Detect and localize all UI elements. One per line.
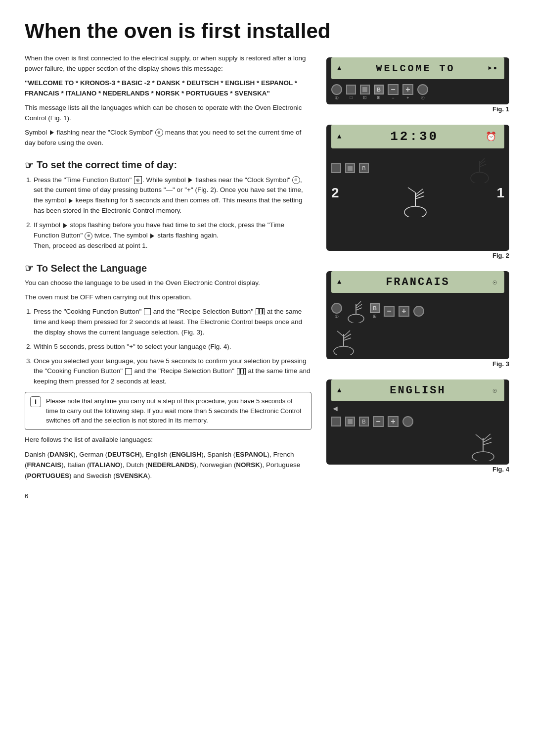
triangle-icon-s2 <box>63 223 67 228</box>
fig2-btn-sq-1 <box>331 163 341 173</box>
cooking-fn-btn-icon <box>144 308 151 315</box>
fig2-label: Fig. 2 <box>326 252 509 259</box>
fig1-btn-sq-1 <box>346 85 356 94</box>
info-icon: i <box>30 396 41 407</box>
fig3-label: Fig. 3 <box>326 360 509 368</box>
step-1-2: If symbol stops flashing before you have… <box>34 220 312 251</box>
fig4-btn-circle <box>402 416 413 427</box>
section1-hand-icon: ☞ <box>25 159 34 171</box>
svg-line-4 <box>480 164 486 167</box>
fig1-btn-circle-2 <box>417 84 428 95</box>
info-box: i Please note that anytime you carry out… <box>25 392 312 430</box>
svg-point-0 <box>471 172 489 183</box>
svg-point-22 <box>472 452 494 461</box>
fig2-container: ▲ 12:30 ⏰ B <box>326 121 509 262</box>
svg-line-27 <box>476 434 483 440</box>
clock-icon-s2: ⊕ <box>85 232 92 240</box>
svg-line-15 <box>356 308 362 310</box>
triangle-right-icon <box>50 130 54 135</box>
section2-intro1: You can choose the language to be used i… <box>25 278 312 288</box>
recipe-sel-btn-icon: ▐▐ <box>256 308 265 315</box>
fig4-btn-minus: − <box>373 416 384 427</box>
svg-line-7 <box>415 189 423 195</box>
lang-intro: Here follows the list of available langu… <box>25 435 312 445</box>
fig2-screen-text: 12:30 <box>390 129 439 144</box>
fig3-btn-B: B <box>370 303 380 313</box>
svg-line-20 <box>344 338 351 340</box>
fig3-screen-text: FRANCAIS <box>386 276 450 288</box>
fig3-screen-left: ▲ <box>337 278 343 286</box>
recipe-sel-btn-icon2: ▐▐ <box>237 368 246 375</box>
fig3-btn-circle-1 <box>331 303 342 314</box>
fig2-screen-right: ⏰ <box>486 131 498 142</box>
clock-symbol-icon: ⊕ <box>155 129 163 137</box>
fig4-left-arrow: ◄ <box>331 404 339 413</box>
fig3-hand-svg <box>346 298 366 323</box>
fig1-panel: ▲ WELCOME TO ►● ① □ <box>326 57 509 104</box>
step-2-3: Once you selected your language, you hav… <box>34 356 312 387</box>
fig4-screen-text: ENGLISH <box>390 384 445 397</box>
section1-steps: Press the "Time Function Button" ⊕. Whil… <box>34 175 312 251</box>
section2-steps: Press the "Cooking Function Button" and … <box>34 307 312 387</box>
section2-hand-icon: ☞ <box>25 262 34 274</box>
intro-bold: "WELCOME TO * KRONOS-3 * BASIC -2 * DANS… <box>25 79 297 97</box>
section2-intro2: The oven must be OFF when carrying out t… <box>25 292 312 303</box>
section1-title: ☞ To set the correct time of day: <box>25 159 312 171</box>
fig1-screen-left: ▲ <box>337 64 343 72</box>
fig2-num2: 2 <box>331 185 339 217</box>
svg-line-26 <box>483 442 491 445</box>
fig4-btn-plus: + <box>388 416 399 427</box>
fig3-buttons: ① B <box>326 295 509 328</box>
svg-line-10 <box>408 188 415 192</box>
intro-para-3: This message lists all the languages whi… <box>25 103 312 124</box>
fig2-hand1-svg <box>393 185 443 217</box>
fig2-num1: 1 <box>496 185 504 217</box>
triangle-icon-s1b <box>69 198 73 203</box>
fig4-indicator: ◄ <box>326 403 509 413</box>
fig4-buttons: B − + <box>326 413 509 431</box>
fig1-btn-minus: − <box>388 84 399 95</box>
fig4-screen-left: ▲ <box>337 386 343 394</box>
fig3-btn-plus: + <box>399 306 409 317</box>
fig4-btn-B: B <box>359 417 369 426</box>
step-2-1: Press the "Cooking Function Button" and … <box>34 307 312 338</box>
page-number: 6 <box>25 491 312 501</box>
fig2-screen: ▲ 12:30 ⏰ <box>331 125 504 148</box>
fig1-label: Fig. 1 <box>326 105 509 113</box>
fig4-label: Fig. 4 <box>326 466 509 473</box>
fig3-hand2-svg <box>331 328 361 355</box>
fig4-hand-svg <box>466 431 500 461</box>
fig3-hand-area <box>346 298 366 324</box>
fig1-screen-right: ►● <box>489 65 498 72</box>
svg-point-11 <box>348 314 364 323</box>
fig4-btn-sq-2 <box>345 417 355 426</box>
intro-para-2: "WELCOME TO * KRONOS-3 * BASIC -2 * DANS… <box>25 78 312 99</box>
fig3-panel: ▲ FRANCAIS ☉ ① <box>326 271 509 359</box>
fig3-screen: ▲ FRANCAIS ☉ <box>331 271 504 293</box>
fig1-screen: ▲ WELCOME TO ►● <box>331 57 504 79</box>
fig1-btn-plus: + <box>402 84 413 95</box>
lang-list: Danish (DANSK), German (DEUTSCH), Englis… <box>25 449 312 481</box>
time-function-btn-icon: ⊕ <box>134 176 142 184</box>
fig2-screen-left: ▲ <box>337 133 343 141</box>
intro-para-1: When the oven is first connected to the … <box>25 53 312 74</box>
fig4-screen: ▲ ENGLISH ☉ <box>331 379 504 401</box>
fig3-btn-circle-2 <box>413 306 424 317</box>
svg-line-2 <box>480 158 485 163</box>
fig3-screen-right: ☉ <box>493 278 498 286</box>
clock-icon-s1: ⊕ <box>292 176 300 184</box>
right-column: ▲ WELCOME TO ►● ① □ <box>326 53 509 505</box>
fig1-btn-B: B <box>374 85 384 94</box>
fig2-panel: ▲ 12:30 ⏰ B <box>326 125 509 251</box>
triangle-icon-s1 <box>188 178 192 183</box>
triangle-icon-s2b <box>150 234 154 238</box>
cooking-fn-btn-icon2 <box>125 368 132 375</box>
left-column: When the oven is first connected to the … <box>25 53 312 505</box>
fig1-buttons: ① □ ⊡ B ⊞ <box>326 81 509 104</box>
svg-line-25 <box>483 438 491 442</box>
fig2-num-row: 2 1 <box>326 185 509 221</box>
symbol-text2: flashing near the "Clock Symbol" <box>57 129 155 136</box>
fig4-btn-sq-1 <box>331 417 341 426</box>
step-2-2: Within 5 seconds, press button "+" to se… <box>34 342 312 352</box>
fig2-buttons: B <box>326 150 509 185</box>
